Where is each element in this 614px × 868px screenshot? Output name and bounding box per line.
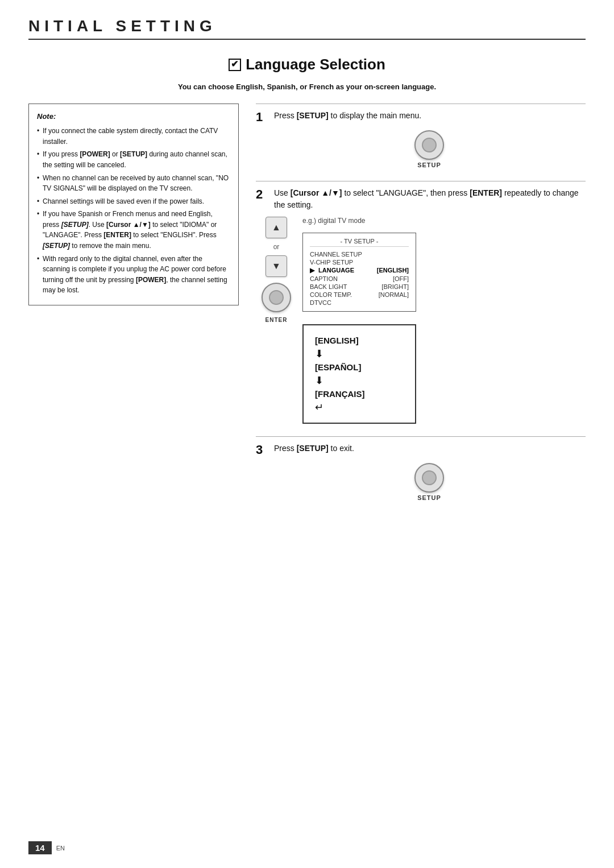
step-3-header: 3 Press [SETUP] to exit. bbox=[256, 436, 586, 457]
cursor-or-label: or bbox=[273, 243, 280, 251]
menu-item-vchip: V-CHIP SETUP bbox=[310, 258, 409, 266]
enter-btn-label: ENTER bbox=[265, 317, 288, 323]
setup-btn-label-1: SETUP bbox=[417, 162, 441, 168]
page-number: 14 bbox=[28, 841, 52, 854]
step-1: 1 Press [SETUP] to display the main menu… bbox=[256, 104, 586, 168]
menu-item-backlight: BACK LIGHT [BRIGHT] bbox=[310, 283, 409, 291]
menu-item-language: ▶ LANGUAGE [ENGLISH] bbox=[310, 266, 409, 275]
note-list: If you connect the cable system directly… bbox=[37, 126, 230, 296]
note-item-6: With regard only to the digital channel,… bbox=[37, 254, 230, 296]
note-box: Note: If you connect the cable system di… bbox=[28, 104, 239, 305]
menu-item-channel-setup: CHANNEL SETUP bbox=[310, 250, 409, 258]
menu-item-dtvcc: DTVCC bbox=[310, 299, 409, 307]
setup-button-image-3: SETUP bbox=[273, 463, 586, 501]
note-item-4: Channel settings will be saved even if t… bbox=[37, 196, 230, 207]
title-area: Language Selection bbox=[28, 56, 586, 73]
tv-menu: - TV SETUP - CHANNEL SETUP V-CHIP SETUP … bbox=[302, 233, 416, 312]
note-item-2: If you press [POWER] or [SETUP] during a… bbox=[37, 149, 230, 170]
setup-btn-label-3: SETUP bbox=[417, 494, 441, 501]
lang-arrow-3: ↵ bbox=[315, 401, 404, 414]
lang-francais: [FRANÇAIS] bbox=[315, 389, 404, 399]
lang-arrow-1: ⬇ bbox=[315, 348, 404, 360]
step-3: 3 Press [SETUP] to exit. SETUP bbox=[256, 436, 586, 501]
step-2-text: Use [Cursor ▲/▼] to select "LANGUAGE", t… bbox=[274, 187, 586, 211]
step-1-text: Press [SETUP] to display the main menu. bbox=[274, 110, 421, 122]
left-column: Note: If you connect the cable system di… bbox=[28, 104, 239, 514]
note-item-3: When no channel can be received by auto … bbox=[37, 173, 230, 194]
menu-title: - TV SETUP - bbox=[310, 238, 409, 247]
page-container: NITIAL SETTING Language Selection You ca… bbox=[0, 0, 614, 868]
tv-setup-area: e.g.) digital TV mode - TV SETUP - CHANN… bbox=[302, 217, 416, 424]
cursor-up-btn: ▲ bbox=[265, 217, 287, 238]
step-2-number: 2 bbox=[256, 187, 269, 202]
note-item-5: If you have Spanish or French menus and … bbox=[37, 209, 230, 251]
page-footer: 14 EN bbox=[28, 841, 65, 854]
right-column: 1 Press [SETUP] to display the main menu… bbox=[256, 104, 586, 514]
subtitle: You can choose English, Spanish, or Fren… bbox=[28, 82, 586, 91]
page-title: NITIAL SETTING bbox=[28, 17, 586, 35]
setup-button-image-1: SETUP bbox=[273, 130, 586, 168]
language-options-box: [ENGLISH] ⬇ [ESPAÑOL] ⬇ [FRANÇAIS] ↵ bbox=[302, 324, 416, 424]
step-3-text: Press [SETUP] to exit. bbox=[274, 443, 354, 454]
menu-arrow-icon: ▶ bbox=[310, 267, 314, 274]
step-2: 2 Use [Cursor ▲/▼] to select "LANGUAGE",… bbox=[256, 181, 586, 424]
note-item-1: If you connect the cable system directly… bbox=[37, 126, 230, 147]
step-2-content: ▲ or ▼ ENTER e.g.) digital TV mode - TV … bbox=[262, 217, 586, 424]
step-1-header: 1 Press [SETUP] to display the main menu… bbox=[256, 104, 586, 125]
setup-btn-circle-3 bbox=[414, 463, 444, 493]
section-title: Language Selection bbox=[229, 56, 385, 73]
checkbox-icon bbox=[229, 59, 241, 71]
lang-espanol: [ESPAÑOL] bbox=[315, 362, 404, 372]
menu-item-caption: CAPTION [OFF] bbox=[310, 275, 409, 283]
menu-item-colortemp: COLOR TEMP. [NORMAL] bbox=[310, 291, 409, 299]
lang-arrow-2: ⬇ bbox=[315, 374, 404, 387]
note-title: Note: bbox=[37, 111, 230, 122]
page-lang: EN bbox=[56, 845, 65, 852]
step-1-number: 1 bbox=[256, 110, 269, 125]
step-2-header: 2 Use [Cursor ▲/▼] to select "LANGUAGE",… bbox=[256, 181, 586, 211]
cursor-down-btn: ▼ bbox=[265, 255, 287, 277]
eg-label: e.g.) digital TV mode bbox=[302, 217, 416, 225]
step-3-number: 3 bbox=[256, 443, 269, 457]
lang-english: [ENGLISH] bbox=[315, 336, 404, 345]
enter-btn-image bbox=[262, 283, 291, 312]
page-header: NITIAL SETTING bbox=[28, 17, 586, 40]
main-content: Note: If you connect the cable system di… bbox=[28, 104, 586, 514]
cursor-buttons: ▲ or ▼ ENTER bbox=[262, 217, 291, 424]
setup-btn-circle bbox=[414, 130, 444, 160]
